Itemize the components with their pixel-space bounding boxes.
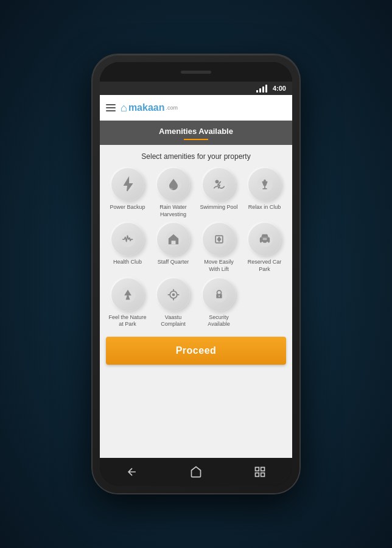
security-label: Security Available	[200, 314, 239, 328]
rain-water-label: Rain Water Harvesting	[154, 204, 193, 218]
security-icon	[203, 278, 236, 311]
speaker	[181, 71, 211, 74]
power-backup-icon	[111, 168, 144, 201]
amenity-health-club[interactable]: Health Club	[106, 223, 149, 273]
amenity-vaastu[interactable]: Vaastu Complaint	[152, 278, 195, 328]
status-time: 4:00	[273, 85, 286, 92]
amenity-security[interactable]: Security Available	[197, 278, 240, 328]
amenity-nature-park[interactable]: Feel the Nature at Park	[106, 278, 149, 328]
car-park-label: Reserved Car Park	[245, 259, 284, 273]
health-club-icon	[111, 223, 144, 256]
lift-label: Move Easily With Lift	[200, 259, 239, 273]
page-title-bar: Amenities Available	[100, 121, 292, 145]
svg-point-14	[266, 242, 268, 244]
phone-device: 4:00 ⌂ makaan .com Amenities Available	[93, 55, 299, 493]
amenity-car-park[interactable]: Reserved Car Park	[243, 223, 286, 273]
svg-point-19	[172, 293, 175, 296]
staff-quarter-label: Staff Quarter	[158, 259, 189, 266]
nature-park-label: Feel the Nature at Park	[108, 314, 147, 328]
svg-rect-25	[261, 468, 265, 471]
relax-club-label: Relax in Club	[248, 204, 281, 211]
svg-point-2	[211, 177, 227, 192]
amenity-lift[interactable]: Move Easily With Lift	[197, 223, 240, 273]
select-label: Select amenities for your property	[106, 152, 286, 161]
svg-point-3	[215, 180, 219, 183]
svg-rect-26	[261, 473, 265, 477]
swimming-pool-label: Swimming Pool	[200, 204, 237, 211]
logo-text: makaan	[128, 102, 165, 113]
page-title: Amenities Available	[159, 127, 233, 136]
rain-water-icon	[157, 168, 190, 201]
status-bar: 4:00	[100, 82, 292, 95]
proceed-button[interactable]: Proceed	[106, 337, 286, 365]
svg-rect-8	[171, 241, 175, 245]
amenity-staff-quarter[interactable]: Staff Quarter	[152, 223, 195, 273]
health-club-label: Health Club	[113, 259, 142, 266]
amenity-rain-water[interactable]: Rain Water Harvesting	[152, 168, 195, 218]
home-button[interactable]	[184, 460, 208, 484]
bottom-nav	[100, 458, 292, 486]
main-content: Select amenities for your property Power…	[100, 145, 292, 458]
power-backup-label: Power Backup	[110, 204, 145, 211]
svg-rect-24	[256, 468, 259, 471]
phone-screen: 4:00 ⌂ makaan .com Amenities Available	[100, 62, 292, 486]
amenities-grid: Power Backup Rain Water Harvesting	[106, 168, 286, 328]
car-park-icon	[248, 223, 281, 256]
back-button[interactable]	[120, 460, 144, 484]
nav-bar: ⌂ makaan .com	[100, 95, 292, 121]
nature-park-icon	[111, 278, 144, 311]
logo-house-icon: ⌂	[121, 102, 127, 114]
vaastu-label: Vaastu Complaint	[154, 314, 193, 328]
amenity-relax-club[interactable]: Relax in Club	[243, 168, 286, 218]
logo-com: .com	[166, 105, 178, 111]
relax-club-icon	[248, 168, 281, 201]
lift-icon	[203, 223, 236, 256]
swimming-pool-icon	[203, 168, 236, 201]
svg-point-13	[261, 242, 264, 244]
title-underline	[184, 139, 208, 140]
app-content: ⌂ makaan .com Amenities Available Select…	[100, 95, 292, 458]
svg-point-5	[264, 180, 266, 182]
signal-icon	[256, 85, 267, 93]
logo: ⌂ makaan .com	[121, 102, 178, 114]
phone-top-bar	[100, 62, 292, 82]
recent-apps-button[interactable]	[248, 460, 272, 484]
amenity-power-backup[interactable]: Power Backup	[106, 168, 149, 218]
staff-quarter-icon	[157, 223, 190, 256]
amenity-swimming-pool[interactable]: Swimming Pool	[197, 168, 240, 218]
svg-rect-15	[262, 238, 267, 241]
svg-rect-27	[256, 473, 259, 477]
vaastu-icon	[157, 278, 190, 311]
hamburger-menu-button[interactable]	[106, 104, 116, 111]
